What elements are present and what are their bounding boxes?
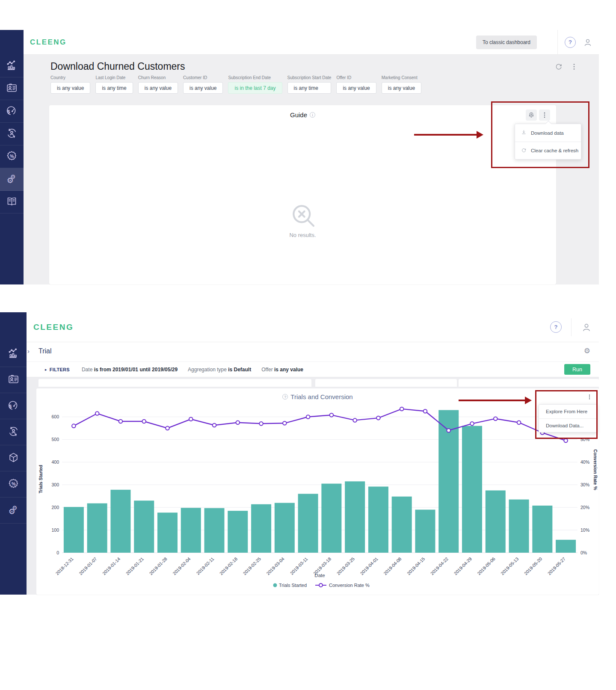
svg-text:2019-05-13: 2019-05-13 <box>500 556 520 576</box>
sidebar-item-revenue[interactable]: $ <box>0 393 27 419</box>
chart-info-icon[interactable]: ? <box>282 394 288 400</box>
filter-label: Churn Reason <box>138 75 178 80</box>
filters-toggle[interactable]: ▸ FILTERS <box>45 367 70 372</box>
card-kebab-menu-icon[interactable] <box>539 110 550 121</box>
user-avatar-icon[interactable] <box>581 322 592 333</box>
svg-text:2019-01-14: 2019-01-14 <box>101 556 121 576</box>
svg-text:400: 400 <box>51 459 59 465</box>
settings-icon: ⚙⚙ <box>6 173 18 186</box>
page-title: Trial <box>38 347 52 355</box>
sidebar-item-churn[interactable] <box>0 419 27 445</box>
filter-value-chip[interactable]: is any value <box>336 82 376 94</box>
filter-customer-id: Customer IDis any value <box>183 75 223 94</box>
sidebar-item-offers[interactable]: % <box>0 471 27 498</box>
filter-summary-segment[interactable]: Date is from 2019/01/01 until 2019/05/29 <box>82 367 178 373</box>
package-icon <box>8 452 19 465</box>
filter-value-chip[interactable]: is any value <box>382 82 421 94</box>
card-top-strip <box>459 379 599 387</box>
filter-value-chip[interactable]: is any time <box>95 82 133 94</box>
filter-value-chip[interactable]: is any value <box>138 82 178 94</box>
filter-label: Marketing Consent <box>382 75 421 80</box>
svg-text:2019-01-07: 2019-01-07 <box>78 556 98 576</box>
filter-value-chip[interactable]: is any time <box>287 82 332 94</box>
filter-subscription-start-date: Subscription Start Dateis any time <box>287 75 332 94</box>
expand-chevron-icon[interactable]: › <box>27 347 30 355</box>
card-top-strip <box>315 379 457 387</box>
filter-value-chip[interactable]: is any value <box>50 82 90 94</box>
annotation-arrow <box>459 400 525 401</box>
to-classic-dashboard-button[interactable]: To classic dashboard <box>476 36 537 49</box>
run-button[interactable]: Run <box>564 364 590 375</box>
filter-summary-segment[interactable]: Aggregation type is Default <box>188 367 251 373</box>
svg-text:Conversion Rate %: Conversion Rate % <box>329 583 370 588</box>
sidebar-item-analytics[interactable] <box>0 341 27 367</box>
svg-text:200: 200 <box>51 505 59 510</box>
svg-text:0: 0 <box>56 550 59 555</box>
kebab-menu-icon[interactable] <box>570 62 578 71</box>
svg-text:2019-02-18: 2019-02-18 <box>219 556 239 576</box>
sidebar-item-settings[interactable]: ⚙⚙ <box>0 498 27 524</box>
filter-churn-reason: Churn Reasonis any value <box>138 75 178 94</box>
svg-text:2019-04-08: 2019-04-08 <box>382 556 403 576</box>
cleeng-logo: cleeng <box>30 38 67 47</box>
chart-kebab-menu-icon[interactable] <box>586 394 593 400</box>
sidebar-item-customers[interactable] <box>0 77 24 100</box>
svg-text:2019-05-20: 2019-05-20 <box>523 556 543 576</box>
menu-item-explore-from-here[interactable]: Explore From Here <box>539 405 597 418</box>
svg-text:10%: 10% <box>580 527 589 533</box>
svg-text:⚙: ⚙ <box>8 507 15 515</box>
svg-text:2019-03-25: 2019-03-25 <box>336 556 356 576</box>
sidebar-item-docs[interactable] <box>0 191 24 213</box>
help-icon[interactable]: ? <box>565 37 576 48</box>
sidebar-item-revenue[interactable]: $ <box>0 100 24 123</box>
customers-icon <box>8 373 19 387</box>
filters-bar: ▸ FILTERS Date is from 2019/01/01 until … <box>27 361 599 377</box>
alerts-bell-icon[interactable] <box>526 110 537 121</box>
cache-refresh-icon <box>521 147 527 154</box>
sidebar-item-customers[interactable] <box>0 367 27 393</box>
info-icon[interactable]: i <box>310 112 315 118</box>
page: $%⚙⚙ cleeng To classic dashboard ? Downl… <box>0 0 616 690</box>
empty-state: No results. <box>289 203 316 238</box>
offers-icon: % <box>8 478 19 491</box>
sidebar-item-package[interactable] <box>0 445 27 471</box>
svg-text:Conversion Rate %: Conversion Rate % <box>593 449 598 490</box>
refresh-icon[interactable] <box>554 62 563 71</box>
sidebar-item-settings[interactable]: ⚙⚙ <box>0 168 24 191</box>
menu-item-label: Download Data... <box>546 423 583 428</box>
user-avatar-icon[interactable] <box>583 37 593 47</box>
filter-value-chip[interactable]: is in the last 7 day <box>228 82 282 94</box>
filter-label: Last Login Date <box>95 75 133 80</box>
menu-item-clear-cache-refresh[interactable]: Clear cache & refresh <box>515 142 581 159</box>
header-divider <box>557 30 558 55</box>
svg-text:2019-04-22: 2019-04-22 <box>429 556 450 576</box>
filter-value-chip[interactable]: is any value <box>183 82 223 94</box>
docs-icon <box>6 195 18 209</box>
svg-text:Date: Date <box>314 573 325 578</box>
sidebar-item-offers[interactable]: % <box>0 145 24 168</box>
settings-icon: ⚙⚙ <box>8 504 19 517</box>
filter-label: Subscription End Date <box>228 75 282 80</box>
svg-text:2019-01-28: 2019-01-28 <box>148 556 168 576</box>
top-app-header: cleeng To classic dashboard ? <box>24 30 599 55</box>
menu-item-download-data[interactable]: Download data <box>515 124 581 142</box>
filter-summary-segment[interactable]: Offer is any value <box>261 367 303 373</box>
help-icon[interactable]: ? <box>550 321 562 333</box>
trials-conversion-card: ? Trials and Conversion 00%10010%20020%3… <box>36 388 599 595</box>
cleeng-logo: cleeng <box>33 323 74 332</box>
customers-icon <box>6 82 18 95</box>
sidebar: $%⚙⚙ <box>0 30 24 284</box>
menu-item-download-data[interactable]: Download Data... <box>539 418 597 432</box>
svg-text:Trials Started: Trials Started <box>279 583 307 588</box>
revenue-icon: $ <box>8 400 19 413</box>
filter-label: Offer ID <box>336 75 376 80</box>
sidebar-item-analytics[interactable] <box>0 55 24 77</box>
dashboard-settings-gear-icon[interactable]: ⚙ <box>584 346 590 355</box>
sidebar-item-churn[interactable] <box>0 123 24 145</box>
svg-text:⚙: ⚙ <box>7 176 14 184</box>
svg-text:2019-02-25: 2019-02-25 <box>242 556 262 576</box>
menu-item-label: Download data <box>531 130 564 136</box>
trials-conversion-chart[interactable]: 00%10010%20020%30030%40040%50050%60060%2… <box>36 388 599 595</box>
svg-text:%: % <box>12 481 16 486</box>
churned-customers-screen: $%⚙⚙ cleeng To classic dashboard ? Downl… <box>0 30 599 284</box>
